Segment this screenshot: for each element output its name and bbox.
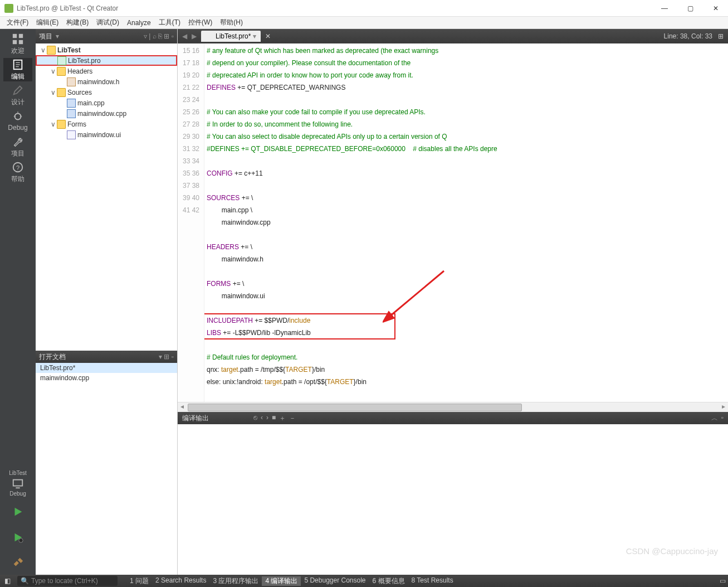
close-sidebar-icon[interactable]: ◧ xyxy=(2,577,13,585)
filter-icon[interactable]: ▿ | ⌕ ⎘ ⊞ ▫ xyxy=(144,32,174,40)
progress-icon[interactable]: ▭ xyxy=(720,577,726,585)
svg-rect-14 xyxy=(13,480,23,486)
svg-point-16 xyxy=(19,539,23,542)
chevron-down-icon[interactable]: ▾ ⊞ ▫ xyxy=(159,353,174,361)
open-docs-list[interactable]: LibTest.pro*mainwindow.cpp xyxy=(36,363,177,575)
collapse-icon[interactable]: ︿ xyxy=(711,414,718,423)
nav-back-icon[interactable]: ◀ xyxy=(180,32,189,40)
output-panel-header: 编译输出 ⎋ ‹ › ■ ＋ － ︿ ▫ xyxy=(178,412,728,424)
tree-node[interactable]: ∨LibTest xyxy=(36,45,177,55)
edit-icon xyxy=(12,59,24,71)
statusbar: ◧ 🔍 Type to locate (Ctrl+K) 1 问题2 Search… xyxy=(0,575,728,587)
horizontal-scrollbar[interactable]: ◂ ▸ xyxy=(178,402,728,412)
menu-item[interactable]: 调试(D) xyxy=(93,18,123,27)
wrench-icon xyxy=(12,135,24,148)
locator-input[interactable]: 🔍 Type to locate (Ctrl+K) xyxy=(17,576,118,586)
mode-help[interactable]: ? 帮助 xyxy=(3,161,32,184)
menu-item[interactable]: 文件(F) xyxy=(3,18,32,27)
mode-edit[interactable]: 编辑 xyxy=(3,58,32,81)
file-icon xyxy=(206,32,213,40)
editor-tab[interactable]: LibTest.pro* ▾ xyxy=(201,31,261,42)
monitor-icon xyxy=(12,477,24,489)
code-area[interactable]: # any feature of Qt which has been marke… xyxy=(204,43,728,402)
menu-item[interactable]: 工具(T) xyxy=(155,18,184,27)
kit-selector[interactable]: LibTest Debug xyxy=(3,469,32,498)
window-titlebar: LibTest.pro @ LibTest - Qt Creator — ▢ ✕ xyxy=(0,0,728,17)
code-editor[interactable]: 15 16 17 18 19 20 21 22 23 24 25 26 27 2… xyxy=(178,43,728,402)
menu-item[interactable]: 编辑(E) xyxy=(33,18,62,27)
play-icon xyxy=(12,506,24,518)
tree-node[interactable]: ∨Headers xyxy=(36,66,177,76)
tree-node[interactable]: mainwindow.ui xyxy=(36,129,177,140)
output-panel-title: 编译输出 xyxy=(182,414,209,423)
cursor-position: Line: 38, Col: 33 xyxy=(664,32,716,40)
open-docs-title: 打开文档 xyxy=(39,352,66,362)
bug-icon xyxy=(12,110,24,123)
svg-rect-0 xyxy=(13,33,17,37)
status-tab[interactable]: 3 应用程序输出 xyxy=(209,576,262,586)
editor-tab-label: LibTest.pro* xyxy=(216,32,251,40)
window-title: LibTest.pro @ LibTest - Qt Creator xyxy=(17,4,118,12)
maximize-button[interactable]: ▢ xyxy=(682,4,698,12)
search-icon: 🔍 xyxy=(21,577,29,585)
open-doc-item[interactable]: LibTest.pro* xyxy=(36,363,177,373)
close-panel-icon[interactable]: ▫ xyxy=(721,414,724,423)
tree-node[interactable]: mainwindow.h xyxy=(36,76,177,87)
svg-rect-2 xyxy=(13,40,17,43)
status-tab[interactable]: 5 Debugger Console xyxy=(301,576,369,586)
status-tab[interactable]: 1 问题 xyxy=(126,576,152,586)
chevron-down-icon[interactable]: ▾ xyxy=(253,32,256,40)
prev-icon[interactable]: ‹ xyxy=(261,414,263,423)
tree-node[interactable]: mainwindow.cpp xyxy=(36,108,177,119)
mode-design[interactable]: 设计 xyxy=(3,84,32,107)
build-button[interactable] xyxy=(3,551,32,575)
menu-item[interactable]: 帮助(H) xyxy=(217,18,246,27)
open-doc-item[interactable]: mainwindow.cpp xyxy=(36,373,177,383)
pencil-icon xyxy=(12,84,24,96)
tree-node[interactable]: LibTest.pro xyxy=(36,55,177,66)
close-tab-icon[interactable]: ✕ xyxy=(263,32,273,40)
chevron-down-icon[interactable]: ▾ xyxy=(56,32,59,40)
nav-fwd-icon[interactable]: ▶ xyxy=(189,32,199,40)
play-debug-icon xyxy=(12,531,24,544)
zoom-out-icon[interactable]: － xyxy=(289,414,296,423)
next-icon[interactable]: › xyxy=(266,414,268,423)
close-button[interactable]: ✕ xyxy=(708,4,724,12)
mode-debug[interactable]: Debug xyxy=(3,109,32,133)
menubar: 文件(F)编辑(E)构建(B)调试(D)Analyze工具(T)控件(W)帮助(… xyxy=(0,17,728,29)
hammer-icon xyxy=(12,557,24,569)
svg-rect-3 xyxy=(19,40,23,43)
mode-welcome[interactable]: 欢迎 xyxy=(3,32,32,56)
tree-node[interactable]: main.cpp xyxy=(36,98,177,108)
status-tab[interactable]: 4 编译输出 xyxy=(262,576,301,586)
open-docs-header: 打开文档 ▾ ⊞ ▫ xyxy=(36,351,177,363)
menu-item[interactable]: 控件(W) xyxy=(185,18,216,27)
compile-output[interactable] xyxy=(178,424,728,575)
split-icon[interactable]: ⊞ xyxy=(716,32,726,40)
line-gutter: 15 16 17 18 19 20 21 22 23 24 25 26 27 2… xyxy=(178,43,204,402)
status-tab[interactable]: 2 Search Results xyxy=(152,576,209,586)
app-icon xyxy=(4,4,13,13)
svg-rect-1 xyxy=(19,33,23,37)
filter-icon[interactable]: ⎋ xyxy=(253,414,257,423)
menu-item[interactable]: Analyze xyxy=(124,19,154,27)
tree-node[interactable]: ∨Sources xyxy=(36,87,177,98)
status-tab[interactable]: 6 概要信息 xyxy=(369,576,408,586)
debug-run-button[interactable] xyxy=(3,526,32,549)
menu-item[interactable]: 构建(B) xyxy=(63,18,92,27)
project-panel-header: 项目 ▾ ▿ | ⌕ ⎘ ⊞ ▫ xyxy=(36,29,177,43)
project-tree[interactable]: ∨LibTestLibTest.pro∨Headersmainwindow.h∨… xyxy=(36,43,177,351)
editor-tabbar: ◀ ▶ LibTest.pro* ▾ ✕ Line: 38, Col: 33 ⊞ xyxy=(178,29,728,43)
minimize-button[interactable]: — xyxy=(657,4,672,12)
project-panel-title: 项目 xyxy=(39,32,52,41)
tree-node[interactable]: ∨Forms xyxy=(36,119,177,129)
help-icon: ? xyxy=(12,161,24,173)
grid-icon xyxy=(12,33,24,45)
status-tab[interactable]: 8 Test Results xyxy=(408,576,457,586)
stop-icon[interactable]: ■ xyxy=(272,414,276,423)
run-button[interactable] xyxy=(3,500,32,523)
zoom-in-icon[interactable]: ＋ xyxy=(279,414,286,423)
mode-sidebar: 欢迎 编辑 设计 Debug 项目 ? 帮助 LibTest Debug xyxy=(0,29,36,575)
svg-text:?: ? xyxy=(16,164,19,171)
mode-projects[interactable]: 项目 xyxy=(3,135,32,158)
